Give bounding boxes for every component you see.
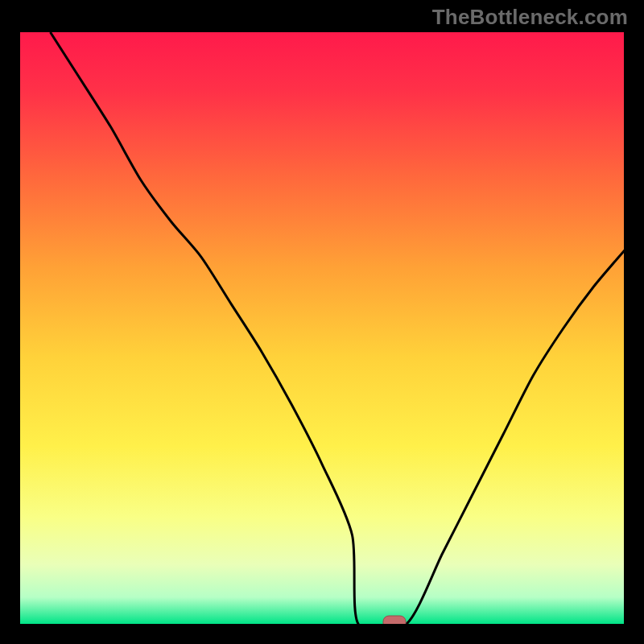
plot-area [20,32,624,624]
chart-frame: TheBottleneck.com [0,0,644,644]
watermark-text: TheBottleneck.com [432,5,628,30]
optimal-point-marker [383,616,406,624]
gradient-background [20,32,624,624]
bottleneck-chart [20,32,624,624]
